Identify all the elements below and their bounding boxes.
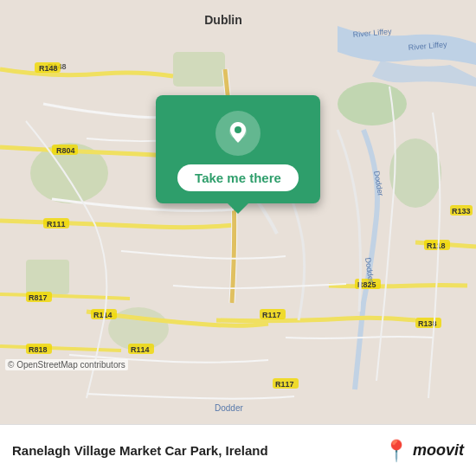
svg-point-4 xyxy=(389,138,441,208)
location-icon-wrap xyxy=(215,111,261,156)
svg-text:R111: R111 xyxy=(47,220,66,228)
svg-text:R818: R818 xyxy=(29,345,48,354)
svg-text:R133: R133 xyxy=(452,207,471,215)
location-name-label: Ranelagh Village Market Car Park, Irelan… xyxy=(12,443,268,458)
moovit-brand-name: moovit xyxy=(413,441,464,460)
svg-text:R804: R804 xyxy=(56,146,75,155)
location-popup[interactable]: Take me there xyxy=(156,95,320,203)
bottom-bar: Ranelagh Village Market Car Park, Irelan… xyxy=(0,424,476,476)
svg-point-41 xyxy=(235,126,241,133)
svg-text:Dublin: Dublin xyxy=(204,13,242,27)
svg-text:R118: R118 xyxy=(427,241,446,250)
svg-text:R148: R148 xyxy=(39,64,58,73)
svg-rect-5 xyxy=(26,260,69,294)
location-pin-icon xyxy=(225,120,251,146)
svg-point-3 xyxy=(338,82,407,125)
moovit-logo: 📍 moovit xyxy=(383,439,464,463)
svg-text:R114: R114 xyxy=(131,345,150,354)
svg-rect-2 xyxy=(173,52,225,87)
take-me-there-button[interactable]: Take me there xyxy=(177,164,299,191)
map-area: R148 R148 R804 R111 R817 R818 R114 R114 … xyxy=(0,0,476,424)
svg-text:Dodder: Dodder xyxy=(215,403,243,413)
map-attribution: © OpenStreetMap contributors xyxy=(5,359,128,370)
svg-text:R117: R117 xyxy=(275,380,294,389)
moovit-pin-icon: 📍 xyxy=(383,439,409,463)
svg-text:R117: R117 xyxy=(262,311,281,319)
svg-text:R817: R817 xyxy=(29,293,48,302)
svg-text:R114: R114 xyxy=(93,311,113,319)
